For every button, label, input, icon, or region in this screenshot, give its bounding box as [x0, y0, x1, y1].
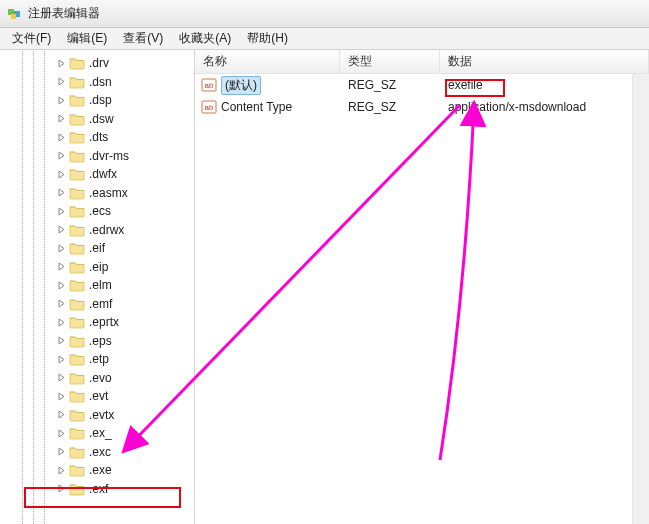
- folder-icon: [69, 408, 85, 422]
- menu-edit[interactable]: 编辑(E): [59, 30, 115, 47]
- expand-icon[interactable]: [56, 354, 67, 365]
- folder-icon: [69, 241, 85, 255]
- folder-icon: [69, 297, 85, 311]
- expand-icon[interactable]: [56, 391, 67, 402]
- folder-icon: [69, 334, 85, 348]
- expand-icon[interactable]: [56, 428, 67, 439]
- tree-item-label: .ecs: [89, 204, 111, 218]
- tree-item-label: .ex_: [89, 426, 112, 440]
- tree-item[interactable]: .etp: [0, 350, 194, 369]
- expand-icon[interactable]: [56, 150, 67, 161]
- tree-item[interactable]: .evo: [0, 369, 194, 388]
- expand-icon[interactable]: [56, 206, 67, 217]
- tree-item[interactable]: .emf: [0, 295, 194, 314]
- folder-icon: [69, 426, 85, 440]
- tree-item-label: .eps: [89, 334, 112, 348]
- folder-icon: [69, 75, 85, 89]
- expand-icon[interactable]: [56, 483, 67, 494]
- list-row[interactable]: ab(默认)REG_SZexefile: [195, 74, 649, 96]
- folder-icon: [69, 445, 85, 459]
- folder-icon: [69, 186, 85, 200]
- folder-icon: [69, 112, 85, 126]
- tree-list[interactable]: .drv.dsn.dsp.dsw.dts.dvr-ms.dwfx.easmx.e…: [0, 50, 194, 498]
- expand-icon[interactable]: [56, 465, 67, 476]
- expand-icon[interactable]: [56, 95, 67, 106]
- cell-data: exefile: [440, 78, 649, 92]
- svg-text:ab: ab: [205, 103, 214, 112]
- expand-icon[interactable]: [56, 169, 67, 180]
- tree-item-label: .exc: [89, 445, 111, 459]
- cell-type: REG_SZ: [340, 100, 440, 114]
- expand-icon[interactable]: [56, 317, 67, 328]
- tree-item[interactable]: .eps: [0, 332, 194, 351]
- expand-icon[interactable]: [56, 298, 67, 309]
- tree-item-label: .exf: [89, 482, 108, 496]
- tree-item[interactable]: .evtx: [0, 406, 194, 425]
- window-title: 注册表编辑器: [28, 5, 100, 22]
- tree-item[interactable]: .easmx: [0, 184, 194, 203]
- expand-icon[interactable]: [56, 58, 67, 69]
- tree-item[interactable]: .exe: [0, 461, 194, 480]
- cell-name: ab(默认): [195, 76, 340, 95]
- tree-item[interactable]: .eip: [0, 258, 194, 277]
- tree-item[interactable]: .eprtx: [0, 313, 194, 332]
- expand-icon[interactable]: [56, 280, 67, 291]
- folder-icon: [69, 278, 85, 292]
- app-icon: [6, 6, 22, 22]
- folder-icon: [69, 352, 85, 366]
- tree-item[interactable]: .ecs: [0, 202, 194, 221]
- tree-item[interactable]: .elm: [0, 276, 194, 295]
- tree-item[interactable]: .ex_: [0, 424, 194, 443]
- cell-type: REG_SZ: [340, 78, 440, 92]
- expand-icon[interactable]: [56, 446, 67, 457]
- list-row[interactable]: abContent TypeREG_SZapplication/x-msdown…: [195, 96, 649, 118]
- folder-icon: [69, 389, 85, 403]
- tree-item[interactable]: .drv: [0, 54, 194, 73]
- folder-icon: [69, 56, 85, 70]
- tree-item[interactable]: .eif: [0, 239, 194, 258]
- menu-help[interactable]: 帮助(H): [239, 30, 296, 47]
- cell-data: application/x-msdownload: [440, 100, 649, 114]
- tree-panel: .drv.dsn.dsp.dsw.dts.dvr-ms.dwfx.easmx.e…: [0, 50, 195, 524]
- tree-item-label: .edrwx: [89, 223, 124, 237]
- tree-item-label: .easmx: [89, 186, 128, 200]
- tree-item[interactable]: .dvr-ms: [0, 147, 194, 166]
- menu-bar: 文件(F) 编辑(E) 查看(V) 收藏夹(A) 帮助(H): [0, 28, 649, 50]
- tree-item[interactable]: .exc: [0, 443, 194, 462]
- expand-icon[interactable]: [56, 335, 67, 346]
- list-panel: 名称 类型 数据 ab(默认)REG_SZexefileabContent Ty…: [195, 50, 649, 524]
- expand-icon[interactable]: [56, 372, 67, 383]
- menu-favorites[interactable]: 收藏夹(A): [171, 30, 239, 47]
- tree-item[interactable]: .evt: [0, 387, 194, 406]
- tree-item-label: .elm: [89, 278, 112, 292]
- expand-icon[interactable]: [56, 113, 67, 124]
- expand-icon[interactable]: [56, 243, 67, 254]
- folder-icon: [69, 371, 85, 385]
- expand-icon[interactable]: [56, 224, 67, 235]
- column-data[interactable]: 数据: [440, 50, 649, 73]
- string-value-icon: ab: [201, 77, 217, 93]
- list-body: ab(默认)REG_SZexefileabContent TypeREG_SZa…: [195, 74, 649, 524]
- menu-view[interactable]: 查看(V): [115, 30, 171, 47]
- folder-icon: [69, 149, 85, 163]
- tree-item[interactable]: .edrwx: [0, 221, 194, 240]
- cell-name: abContent Type: [195, 99, 340, 115]
- tree-item[interactable]: .dsp: [0, 91, 194, 110]
- tree-item[interactable]: .dsw: [0, 110, 194, 129]
- expand-icon[interactable]: [56, 76, 67, 87]
- tree-item[interactable]: .dts: [0, 128, 194, 147]
- string-value-icon: ab: [201, 99, 217, 115]
- expand-icon[interactable]: [56, 261, 67, 272]
- tree-item-label: .drv: [89, 56, 109, 70]
- expand-icon[interactable]: [56, 132, 67, 143]
- expand-icon[interactable]: [56, 187, 67, 198]
- tree-item[interactable]: .dsn: [0, 73, 194, 92]
- tree-item[interactable]: .dwfx: [0, 165, 194, 184]
- column-type[interactable]: 类型: [340, 50, 440, 73]
- scrollbar[interactable]: [632, 74, 649, 524]
- tree-item[interactable]: .exf: [0, 480, 194, 499]
- expand-icon[interactable]: [56, 409, 67, 420]
- svg-rect-2: [11, 14, 16, 19]
- menu-file[interactable]: 文件(F): [4, 30, 59, 47]
- column-name[interactable]: 名称: [195, 50, 340, 73]
